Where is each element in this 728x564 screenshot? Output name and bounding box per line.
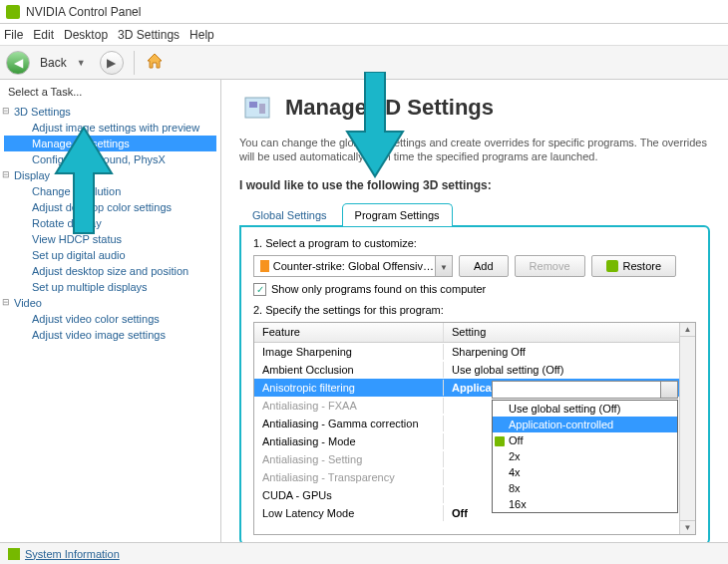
- nvidia-badge-icon: [8, 548, 20, 560]
- table-row[interactable]: Ambient OcclusionUse global setting (Off…: [254, 361, 679, 379]
- chevron-down-icon: ▼: [440, 263, 448, 272]
- tree-item-manage-3d[interactable]: Manage 3D settings: [4, 136, 216, 151]
- tree-item-hdcp[interactable]: View HDCP status: [4, 231, 216, 247]
- forward-button[interactable]: ▶: [100, 51, 124, 75]
- menu-3d-settings[interactable]: 3D Settings: [118, 28, 180, 42]
- cell-feature: Antialiasing - Setting: [254, 451, 444, 467]
- settings-table: Feature Setting Image SharpeningSharpeni…: [253, 322, 696, 535]
- cell-feature: Antialiasing - Gamma correction: [254, 416, 444, 431]
- cell-feature: Antialiasing - Transparency: [254, 469, 444, 485]
- dropdown-option[interactable]: Off: [493, 432, 677, 448]
- cell-feature: Antialiasing - Mode: [254, 433, 444, 449]
- page-icon: [239, 90, 275, 126]
- title-bar: NVIDIA Control Panel: [0, 0, 728, 24]
- svg-rect-2: [259, 104, 265, 114]
- tree-item-adjust-image[interactable]: Adjust image settings with preview: [4, 120, 216, 136]
- tree-cat-video[interactable]: Video: [4, 295, 216, 311]
- tree-item-multi-display[interactable]: Set up multiple displays: [4, 279, 216, 295]
- program-select[interactable]: Counter-strike: Global Offensiv… ▼: [253, 255, 453, 277]
- toolbar-separator: [134, 51, 135, 75]
- show-only-label: Show only programs found on this compute…: [271, 283, 486, 295]
- setting-value-combobox[interactable]: ▼: [492, 381, 678, 399]
- table-scrollbar[interactable]: ▲ ▼: [679, 323, 695, 534]
- table-row[interactable]: Image SharpeningSharpening Off: [254, 343, 679, 361]
- back-label: Back: [40, 56, 67, 70]
- content-area: Manage 3D Settings You can change the gl…: [221, 80, 728, 542]
- step1-label: 1. Select a program to customize:: [253, 237, 696, 249]
- dropdown-option[interactable]: 2x: [493, 448, 677, 464]
- cell-feature: Image Sharpening: [254, 344, 444, 360]
- scroll-down-icon[interactable]: ▼: [680, 520, 695, 534]
- back-history-dropdown[interactable]: ▼: [77, 58, 86, 68]
- task-header: Select a Task...: [4, 84, 216, 100]
- tree-item-size-position[interactable]: Adjust desktop size and position: [4, 263, 216, 279]
- task-sidebar: Select a Task... 3D Settings Adjust imag…: [0, 80, 221, 542]
- program-icon: [260, 260, 269, 272]
- cell-setting: Sharpening Off: [444, 344, 679, 360]
- cell-feature: Ambient Occlusion: [254, 362, 444, 378]
- cell-feature: Antialiasing - FXAA: [254, 398, 444, 414]
- home-icon[interactable]: [145, 51, 165, 75]
- cell-setting: Use global setting (Off): [444, 362, 679, 378]
- dropdown-option[interactable]: 4x: [493, 464, 677, 480]
- dropdown-option[interactable]: Application-controlled: [493, 417, 677, 432]
- back-button[interactable]: ◀: [6, 51, 30, 75]
- dropdown-option[interactable]: Use global setting (Off): [493, 401, 677, 417]
- tree-item-audio[interactable]: Set up digital audio: [4, 247, 216, 263]
- tree-item-video-image[interactable]: Adjust video image settings: [4, 327, 216, 343]
- step2-label: 2. Specify the settings for this program…: [253, 304, 696, 316]
- tab-program-settings[interactable]: Program Settings: [342, 203, 453, 226]
- tab-strip: Global Settings Program Settings: [221, 202, 728, 225]
- cell-feature: Anisotropic filtering: [254, 380, 444, 396]
- tree-item-video-color[interactable]: Adjust video color settings: [4, 311, 216, 327]
- menu-desktop[interactable]: Desktop: [64, 28, 108, 42]
- status-bar: System Information: [0, 542, 728, 564]
- dropdown-option[interactable]: 8x: [493, 480, 677, 496]
- setting-value-dropdown: Use global setting (Off)Application-cont…: [492, 400, 678, 513]
- settings-prompt: I would like to use the following 3D set…: [221, 174, 728, 202]
- remove-button: Remove: [515, 255, 585, 277]
- program-select-value: Counter-strike: Global Offensiv…: [273, 260, 434, 272]
- menu-help[interactable]: Help: [189, 28, 214, 42]
- window-title: NVIDIA Control Panel: [26, 5, 141, 19]
- tree-item-resolution[interactable]: Change resolution: [4, 183, 216, 199]
- menu-edit[interactable]: Edit: [33, 28, 54, 42]
- page-description: You can change the global 3D settings an…: [221, 132, 728, 174]
- nvidia-logo-icon: [6, 5, 20, 19]
- restore-button[interactable]: Restore: [591, 255, 677, 277]
- menu-bar: File Edit Desktop 3D Settings Help: [0, 24, 728, 46]
- show-only-checkbox[interactable]: ✓: [253, 283, 266, 296]
- program-settings-panel: 1. Select a program to customize: Counte…: [239, 225, 710, 542]
- svg-rect-1: [249, 102, 257, 108]
- chevron-down-icon: ▼: [665, 385, 673, 394]
- menu-file[interactable]: File: [4, 28, 23, 42]
- system-information-link[interactable]: System Information: [25, 548, 120, 560]
- page-title: Manage 3D Settings: [285, 95, 494, 121]
- cell-feature: Low Latency Mode: [254, 505, 444, 521]
- toolbar: ◀ Back ▼ ▶: [0, 46, 728, 80]
- col-header-feature[interactable]: Feature: [254, 323, 444, 342]
- scroll-up-icon[interactable]: ▲: [680, 323, 695, 337]
- cell-feature: CUDA - GPUs: [254, 487, 444, 503]
- tree-item-physx[interactable]: Configure Surround, PhysX: [4, 151, 216, 167]
- tree-item-rotate[interactable]: Rotate display: [4, 215, 216, 231]
- tree-item-desktop-color[interactable]: Adjust desktop color settings: [4, 199, 216, 215]
- dropdown-option[interactable]: 16x: [493, 496, 677, 512]
- tree-cat-3d[interactable]: 3D Settings: [4, 104, 216, 120]
- nav-tree: 3D Settings Adjust image settings with p…: [4, 104, 216, 343]
- tree-cat-display[interactable]: Display: [4, 167, 216, 183]
- add-button[interactable]: Add: [459, 255, 509, 277]
- col-header-setting[interactable]: Setting: [444, 323, 679, 342]
- tab-global-settings[interactable]: Global Settings: [239, 203, 340, 226]
